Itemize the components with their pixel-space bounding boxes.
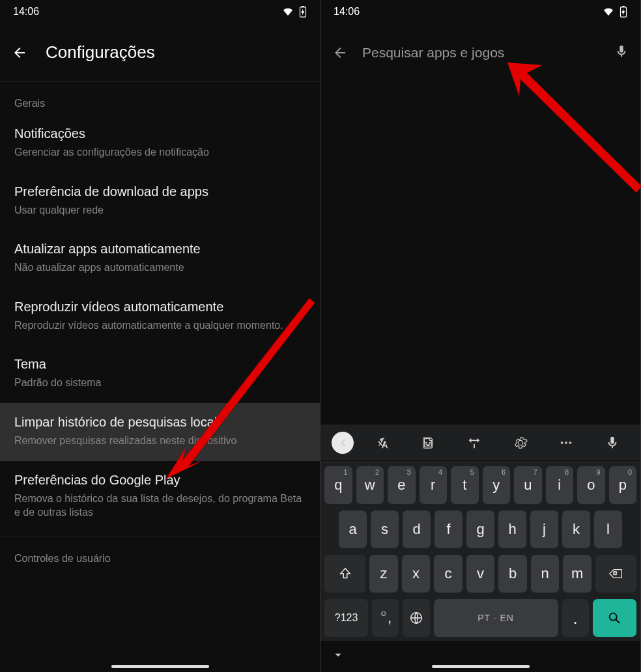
key-e[interactable]: e3 xyxy=(388,466,416,504)
key-r[interactable]: r4 xyxy=(420,466,448,504)
setting-title: Limpar histórico de pesquisas local xyxy=(14,413,306,431)
key-i[interactable]: i8 xyxy=(546,466,574,504)
setting-subtitle: Remover pesquisas realizadas neste dispo… xyxy=(14,434,306,448)
collapse-keyboard-button[interactable] xyxy=(332,649,344,664)
section-header-general: Gerais xyxy=(0,82,320,115)
key-f[interactable]: f xyxy=(434,511,463,548)
screen-search: 14:06 q1w2e3r4t5y6u7 xyxy=(320,0,641,672)
wifi-icon xyxy=(282,7,294,16)
shift-key[interactable] xyxy=(324,555,365,593)
backspace-key[interactable] xyxy=(595,555,636,593)
home-indicator[interactable] xyxy=(111,665,209,668)
setting-title: Reproduzir vídeos automaticamente xyxy=(14,298,306,316)
key-z[interactable]: z xyxy=(369,555,398,593)
more-icon[interactable] xyxy=(545,425,588,460)
key-d[interactable]: d xyxy=(403,511,431,548)
keyboard-expand-button[interactable] xyxy=(327,425,358,460)
emoji-key[interactable]: ☺, xyxy=(372,599,399,637)
setting-download-preference[interactable]: Preferência de download de apps Usar qua… xyxy=(0,173,320,231)
svg-point-8 xyxy=(569,441,572,444)
setting-clear-search-history[interactable]: Limpar histórico de pesquisas local Remo… xyxy=(0,403,320,461)
key-y[interactable]: y6 xyxy=(483,466,511,504)
screen-settings: 14:06 Configurações Gerais Notificações … xyxy=(0,0,320,672)
keyboard-row-4: ?123 ☺, PT · EN . xyxy=(324,599,636,637)
setting-subtitle: Reproduzir vídeos automaticamente a qual… xyxy=(14,318,306,333)
keyboard-row-1: q1w2e3r4t5y6u7i8o9p0 xyxy=(324,466,636,504)
key-v[interactable]: v xyxy=(466,555,495,593)
settings-icon[interactable] xyxy=(499,425,543,460)
search-bar xyxy=(320,23,640,82)
keyboard: q1w2e3r4t5y6u7i8o9p0 asdfghjkl zxcvbnm ?… xyxy=(320,425,640,672)
page-title: Configurações xyxy=(46,42,155,63)
app-bar: Configurações xyxy=(0,23,320,82)
status-bar: 14:06 xyxy=(320,0,640,23)
key-q[interactable]: q1 xyxy=(324,466,352,504)
key-t[interactable]: t5 xyxy=(451,466,479,504)
key-b[interactable]: b xyxy=(498,555,527,593)
setting-play-preferences[interactable]: Preferências do Google Play Remova o his… xyxy=(0,461,320,533)
svg-rect-4 xyxy=(622,6,625,7)
svg-rect-1 xyxy=(302,6,304,7)
back-button[interactable] xyxy=(12,45,27,61)
wifi-icon xyxy=(603,7,614,16)
key-p[interactable]: p0 xyxy=(609,466,637,504)
search-key[interactable] xyxy=(593,599,636,637)
status-icons xyxy=(282,6,307,18)
key-n[interactable]: n xyxy=(531,555,560,593)
language-key[interactable] xyxy=(403,599,429,637)
key-j[interactable]: j xyxy=(530,511,558,548)
search-input[interactable] xyxy=(362,45,600,61)
home-indicator[interactable] xyxy=(432,665,530,668)
keyboard-row-3: zxcvbnm xyxy=(324,555,636,593)
key-s[interactable]: s xyxy=(371,511,399,548)
back-button[interactable] xyxy=(332,45,348,61)
battery-icon xyxy=(620,6,627,18)
voice-search-button[interactable] xyxy=(614,44,629,61)
setting-subtitle: Não atualizar apps automaticamente xyxy=(14,260,306,275)
mic-icon[interactable] xyxy=(591,425,634,460)
setting-title: Atualizar apps automaticamente xyxy=(14,240,306,258)
key-w[interactable]: w2 xyxy=(356,466,384,504)
setting-title: Preferência de download de apps xyxy=(14,183,306,201)
status-time: 14:06 xyxy=(334,6,360,18)
status-time: 14:06 xyxy=(13,6,39,18)
key-x[interactable]: x xyxy=(402,555,431,593)
key-g[interactable]: g xyxy=(466,511,494,548)
setting-auto-update-apps[interactable]: Atualizar apps automaticamente Não atual… xyxy=(0,230,320,288)
status-icons xyxy=(603,6,627,18)
space-key[interactable]: PT · EN xyxy=(434,599,558,637)
setting-title: Notificações xyxy=(14,125,306,143)
setting-title: Preferências do Google Play xyxy=(14,471,306,489)
keyboard-row-2: asdfghjkl xyxy=(324,511,636,548)
keyboard-toolbar xyxy=(320,425,640,461)
sticker-icon[interactable] xyxy=(407,425,451,460)
translate-icon[interactable] xyxy=(361,425,405,460)
key-o[interactable]: o9 xyxy=(577,466,605,504)
key-m[interactable]: m xyxy=(563,555,591,593)
text-select-icon[interactable] xyxy=(453,425,496,460)
setting-title: Tema xyxy=(14,356,306,373)
period-key[interactable]: . xyxy=(562,599,589,637)
key-a[interactable]: a xyxy=(339,511,367,548)
setting-subtitle: Gerenciar as configurações de notificaçã… xyxy=(14,145,306,160)
battery-icon xyxy=(299,6,307,18)
setting-subtitle: Remova o histórico da sua lista de desej… xyxy=(14,492,306,520)
key-h[interactable]: h xyxy=(498,511,526,548)
key-u[interactable]: u7 xyxy=(514,466,542,504)
key-c[interactable]: c xyxy=(434,555,463,593)
setting-notifications[interactable]: Notificações Gerenciar as configurações … xyxy=(0,115,320,173)
key-l[interactable]: l xyxy=(594,511,622,548)
key-k[interactable]: k xyxy=(562,511,590,548)
setting-autoplay-videos[interactable]: Reproduzir vídeos automaticamente Reprod… xyxy=(0,288,320,346)
svg-point-7 xyxy=(565,441,567,444)
svg-marker-5 xyxy=(507,63,641,193)
setting-theme[interactable]: Tema Padrão do sistema xyxy=(0,345,320,403)
setting-subtitle: Padrão do sistema xyxy=(14,376,306,390)
svg-point-6 xyxy=(561,441,563,444)
numeric-key[interactable]: ?123 xyxy=(324,599,368,637)
status-bar: 14:06 xyxy=(0,0,320,23)
section-header-user-controls: Controles de usuário xyxy=(0,537,320,570)
setting-subtitle: Usar qualquer rede xyxy=(14,203,306,217)
